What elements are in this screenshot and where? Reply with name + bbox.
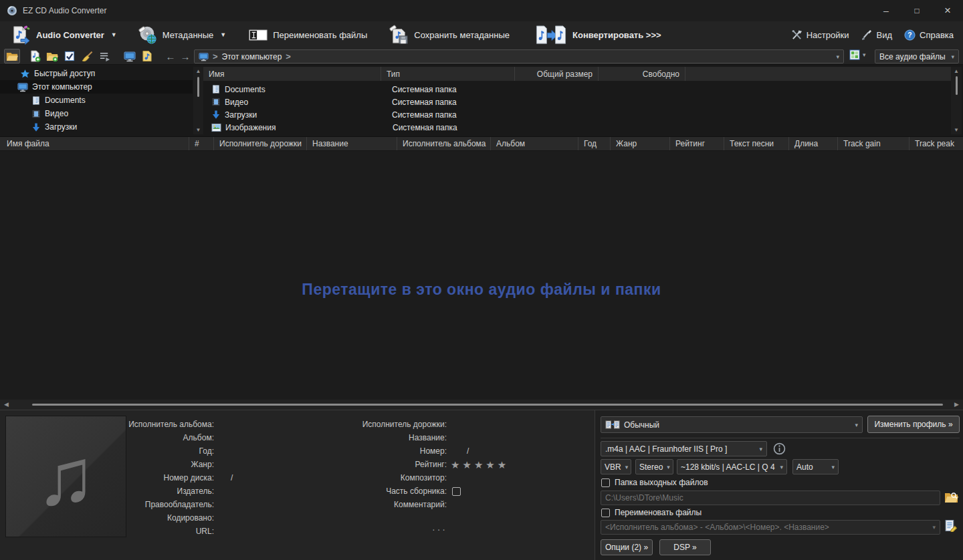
tree-item-quick-access[interactable]: Быстрый доступ bbox=[0, 67, 193, 80]
tree-item-downloads[interactable]: Загрузки bbox=[0, 120, 193, 134]
file-list-scrollbar-thumb[interactable] bbox=[956, 76, 958, 95]
dsp-button[interactable]: DSP » bbox=[659, 539, 711, 555]
file-filter-value: Все аудио файлы bbox=[879, 52, 946, 61]
playlist-button[interactable] bbox=[96, 49, 112, 63]
column-header-total-size[interactable]: Общий размер bbox=[515, 67, 599, 81]
column-header-number[interactable]: # bbox=[189, 137, 214, 150]
column-header-album[interactable]: Альбом bbox=[491, 137, 578, 150]
maximize-button[interactable]: □ bbox=[901, 0, 932, 21]
audio-converter-menu[interactable]: Audio Converter ▼ bbox=[5, 23, 122, 47]
save-metadata-button[interactable]: Сохранить метаданные bbox=[383, 23, 515, 47]
column-header-genre[interactable]: Жанр bbox=[611, 137, 670, 150]
album-art-placeholder[interactable]: ♫ bbox=[5, 416, 126, 537]
open-folder-button[interactable] bbox=[4, 49, 20, 63]
compilation-checkbox[interactable] bbox=[452, 487, 461, 496]
file-row-documents[interactable]: Documents Системная папка bbox=[203, 83, 526, 96]
file-filter-select[interactable]: Все аудио файлы ▾ bbox=[875, 49, 959, 63]
output-folder-checkbox[interactable] bbox=[601, 478, 610, 487]
browser-toolbar: ← → ↑ > Этот компьютер > ▾ ▾ Все аудио ф… bbox=[0, 48, 963, 65]
output-folder-path-field[interactable]: C:\Users\DTore\Music bbox=[601, 491, 940, 505]
scroll-down-icon[interactable]: ▼ bbox=[196, 127, 201, 133]
add-files-button[interactable] bbox=[27, 49, 43, 63]
file-row-pictures[interactable]: Изображения Системная папка bbox=[203, 121, 526, 134]
toolbar-right-group: Настройки Вид ? Справка bbox=[791, 21, 954, 48]
tree-scrollbar-thumb[interactable] bbox=[197, 77, 199, 97]
horizontal-scrollbar[interactable]: ◀ ▶ bbox=[0, 400, 963, 410]
scroll-up-icon[interactable]: ▲ bbox=[954, 68, 959, 74]
rename-files-checkbox[interactable] bbox=[601, 509, 610, 517]
label-title: Название: bbox=[288, 433, 447, 446]
sample-rate-select[interactable]: Auto ▾ bbox=[792, 459, 839, 474]
format-info-icon[interactable] bbox=[773, 442, 786, 455]
track-table-header: Имя файла # Исполнитель дорожки Название… bbox=[0, 136, 963, 151]
add-folder-button[interactable] bbox=[44, 49, 60, 63]
column-header-lyrics[interactable]: Текст песни bbox=[724, 137, 789, 150]
nav-back-button[interactable]: ← bbox=[163, 49, 178, 63]
format-select[interactable]: .m4a | AAC | Fraunhofer IIS [ Pro ] ▾ bbox=[601, 441, 767, 456]
column-header-free[interactable]: Свободно bbox=[599, 67, 685, 81]
edit-profile-button[interactable]: Изменить профиль » bbox=[867, 416, 960, 433]
track-list-drop-area[interactable]: Перетащите в это окно аудио файлы и папк… bbox=[0, 151, 963, 400]
column-header-title[interactable]: Название bbox=[307, 137, 397, 150]
app-cd-icon bbox=[7, 5, 17, 16]
clear-list-button[interactable] bbox=[79, 49, 95, 63]
help-icon: ? bbox=[904, 29, 916, 41]
column-header-length[interactable]: Длина bbox=[789, 137, 838, 150]
breadcrumb[interactable]: > Этот компьютер > ▾ bbox=[194, 49, 844, 63]
rating-stars[interactable]: ★★★★★ bbox=[451, 459, 509, 471]
column-header-album-artist[interactable]: Исполнитель альбома bbox=[397, 137, 491, 150]
horizontal-scrollbar-thumb[interactable] bbox=[32, 404, 943, 406]
music-folder-button[interactable] bbox=[139, 49, 155, 63]
file-type: Системная папка bbox=[392, 110, 526, 120]
profile-icon bbox=[605, 420, 620, 430]
column-header-year[interactable]: Год bbox=[578, 137, 611, 150]
column-header-track-gain[interactable]: Track gain bbox=[838, 137, 909, 150]
column-header-type[interactable]: Тип bbox=[381, 67, 515, 81]
tree-item-videos[interactable]: Видео bbox=[0, 107, 193, 120]
options-button[interactable]: Опции (2) » bbox=[601, 539, 653, 555]
scroll-left-icon[interactable]: ◀ bbox=[4, 401, 9, 408]
column-header-rating[interactable]: Рейтинг bbox=[670, 137, 724, 150]
label-disc-number: Номер диска: bbox=[114, 473, 214, 486]
label-publisher: Издатель: bbox=[114, 486, 214, 500]
file-row-videos[interactable]: Видео Системная папка bbox=[203, 96, 526, 108]
tree-item-label: Быстрый доступ bbox=[34, 69, 95, 78]
close-button[interactable]: × bbox=[932, 0, 963, 21]
view-button[interactable]: Вид bbox=[861, 29, 892, 41]
metadata-menu[interactable]: Метаданные ▼ bbox=[132, 23, 231, 47]
rename-files-button[interactable]: Переименовать файлы bbox=[243, 23, 372, 47]
convert-button[interactable]: Конвертировать >>> bbox=[530, 23, 667, 47]
minimize-button[interactable]: – bbox=[871, 0, 901, 21]
nav-forward-button[interactable]: → bbox=[178, 49, 193, 63]
browse-folder-icon[interactable] bbox=[944, 491, 958, 503]
output-folder-checkbox-row[interactable]: Папка выходных файлов bbox=[601, 478, 708, 487]
column-header-track-peak[interactable]: Track peak bbox=[909, 137, 963, 150]
view-mode-button[interactable]: ▾ bbox=[849, 49, 866, 60]
column-header-name[interactable]: Имя bbox=[203, 67, 381, 81]
profile-select[interactable]: Обычный ▾ bbox=[601, 416, 863, 433]
metadata-more-button[interactable]: ··· bbox=[432, 524, 447, 535]
file-row-downloads[interactable]: Загрузки Системная папка bbox=[203, 108, 526, 121]
select-all-button[interactable] bbox=[62, 49, 78, 63]
settings-button[interactable]: Настройки bbox=[791, 29, 849, 41]
rename-files-checkbox-row[interactable]: Переименовать файлы bbox=[601, 508, 702, 517]
tree-item-this-pc[interactable]: Этот компьютер bbox=[0, 80, 193, 94]
edit-pattern-icon[interactable] bbox=[944, 519, 957, 532]
scroll-right-icon[interactable]: ▶ bbox=[954, 401, 959, 408]
desktop-button[interactable] bbox=[122, 49, 138, 63]
channels-select[interactable]: Stereo ▾ bbox=[635, 459, 673, 474]
rename-icon bbox=[249, 29, 268, 41]
column-header-filename[interactable]: Имя файла bbox=[0, 137, 189, 150]
help-button[interactable]: ? Справка bbox=[904, 29, 954, 41]
bitrate-select[interactable]: ~128 kbit/s | AAC-LC | Q 4 ▾ bbox=[677, 459, 787, 474]
bitrate-mode-select[interactable]: VBR ▾ bbox=[601, 459, 631, 474]
tree-item-documents[interactable]: Documents bbox=[0, 94, 193, 107]
rename-pattern-select[interactable]: <Исполнитель альбома> - <Альбом>\<Номер>… bbox=[601, 520, 940, 535]
scroll-down-icon[interactable]: ▼ bbox=[954, 127, 959, 133]
scroll-up-icon[interactable]: ▲ bbox=[196, 68, 201, 74]
output-folder-path: C:\Users\DTore\Music bbox=[605, 493, 683, 503]
help-label: Справка bbox=[920, 30, 954, 40]
breadcrumb-root[interactable]: Этот компьютер bbox=[222, 52, 282, 61]
column-header-track-artist[interactable]: Исполнитель дорожки bbox=[214, 137, 307, 150]
breadcrumb-separator: > bbox=[286, 51, 291, 61]
